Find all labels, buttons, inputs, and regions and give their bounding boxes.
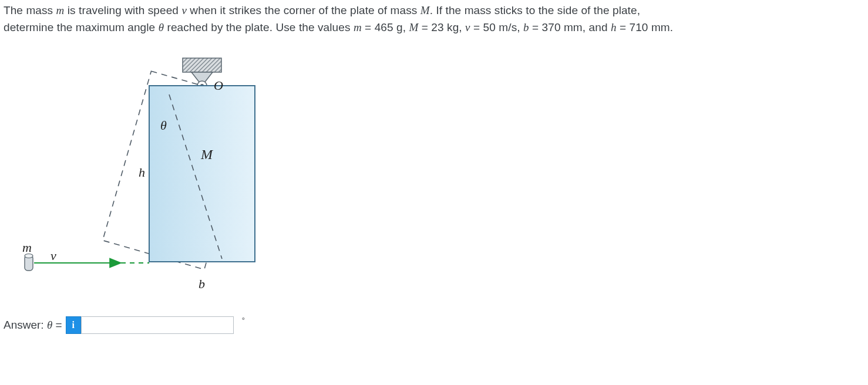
- answer-row: Answer: θ = i °: [4, 316, 864, 334]
- var-v: v: [181, 4, 187, 16]
- label-m: m: [22, 240, 32, 255]
- text: reached by the plate. Use the values: [164, 21, 354, 33]
- var-b: b: [523, 21, 529, 33]
- mass-m-icon: [25, 254, 33, 271]
- var-h: h: [611, 21, 617, 33]
- label-M-upper: M: [200, 147, 214, 162]
- answer-label: Answer: θ =: [4, 317, 62, 334]
- text: = 710 mm.: [617, 21, 674, 33]
- text: . If the mass sticks to the side of the …: [430, 4, 640, 16]
- label-theta: θ: [160, 118, 167, 133]
- info-icon[interactable]: i: [66, 316, 81, 334]
- text: The mass: [4, 4, 56, 16]
- var-M-upper: M: [420, 4, 430, 16]
- text: Answer:: [4, 319, 47, 331]
- var-M-upper: M: [409, 21, 418, 33]
- text: is traveling with speed: [64, 4, 181, 16]
- problem-text: The mass m is traveling with speed v whe…: [4, 2, 864, 36]
- label-b: b: [199, 276, 205, 291]
- var-m: m: [354, 21, 362, 33]
- text: determine the maximum angle: [4, 21, 159, 33]
- text: when it strikes the corner of the plate …: [187, 4, 420, 16]
- var-theta: θ: [47, 319, 52, 331]
- label-h: h: [139, 165, 145, 180]
- text: =: [52, 319, 62, 331]
- var-m: m: [56, 4, 65, 16]
- text: = 50 m/s,: [470, 21, 523, 33]
- unit-degree: °: [242, 315, 245, 326]
- var-v: v: [465, 21, 470, 33]
- support-block: [183, 58, 221, 72]
- figure-svg: O θ M h b m v: [15, 53, 344, 300]
- text: = 23 kg,: [418, 21, 465, 33]
- label-O: O: [214, 78, 223, 93]
- label-v: v: [51, 248, 56, 263]
- plate: [149, 86, 255, 262]
- answer-input[interactable]: [81, 316, 234, 334]
- var-theta: θ: [159, 21, 164, 33]
- figure: O θ M h b m v: [15, 53, 344, 300]
- text: = 465 g,: [362, 21, 409, 33]
- text: = 370 mm, and: [529, 21, 611, 33]
